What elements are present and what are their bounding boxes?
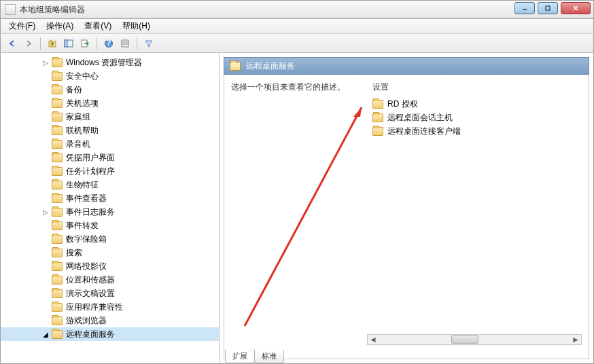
folder-icon xyxy=(52,153,63,162)
tree-item[interactable]: 演示文稿设置 xyxy=(1,287,219,300)
tree-item-label: 应用程序兼容性 xyxy=(66,302,123,313)
tree-item[interactable]: ▷Windows 资源管理器 xyxy=(1,56,219,69)
folder-icon xyxy=(52,276,63,285)
tree-item-label: 安全中心 xyxy=(66,71,99,82)
tree-expander-icon xyxy=(41,236,49,243)
horizontal-scrollbar[interactable]: ◄ ► xyxy=(367,334,582,345)
tree-item[interactable]: 联机帮助 xyxy=(1,124,219,137)
menu-file[interactable]: 文件(F) xyxy=(3,18,41,34)
tree-item[interactable]: 应用程序兼容性 xyxy=(1,300,219,314)
scroll-left-icon[interactable]: ◄ xyxy=(368,335,379,344)
tree-item[interactable]: ▷事件日志服务 xyxy=(1,205,219,219)
tree-item[interactable]: 安全中心 xyxy=(1,69,219,83)
tree-expander-icon xyxy=(41,290,49,297)
tree-expander-icon[interactable]: ◢ xyxy=(41,331,49,338)
tree-expander-icon xyxy=(41,276,49,284)
folder-icon xyxy=(52,208,63,217)
tree-item-label: 事件日志服务 xyxy=(66,206,115,218)
toolbar-separator xyxy=(137,37,137,50)
tree-item[interactable]: 游戏浏览器 xyxy=(1,314,219,327)
up-button[interactable] xyxy=(45,36,60,51)
show-hide-tree-button[interactable] xyxy=(61,36,76,51)
menu-action[interactable]: 操作(A) xyxy=(41,18,79,34)
maximize-button[interactable] xyxy=(538,2,558,14)
tree-expander-icon[interactable]: ▷ xyxy=(41,208,49,216)
folder-icon xyxy=(230,62,241,71)
tree-item[interactable]: 搜索 xyxy=(1,246,219,259)
scroll-thumb[interactable] xyxy=(451,335,478,344)
list-item[interactable]: 远程桌面会话主机 xyxy=(372,111,582,124)
tree-item[interactable]: 事件查看器 xyxy=(1,192,219,205)
tree-item-label: 搜索 xyxy=(66,247,82,259)
tree-item-label: 任务计划程序 xyxy=(66,166,115,177)
back-button[interactable] xyxy=(5,36,20,51)
tree-expander-icon xyxy=(41,304,49,311)
export-button[interactable] xyxy=(77,36,92,51)
tree-item-label: 录音机 xyxy=(66,139,90,150)
tree-expander-icon[interactable]: ▷ xyxy=(41,59,49,67)
tree-pane[interactable]: ▷Windows 资源管理器安全中心备份关机选项家庭组联机帮助录音机凭据用户界面… xyxy=(1,53,220,363)
tree-item[interactable]: 网络投影仪 xyxy=(1,259,219,273)
folder-icon xyxy=(372,113,383,122)
folder-icon xyxy=(52,303,63,312)
details-body: 选择一个项目来查看它的描述。 设置 RD 授权远程桌面会话主机远程桌面连接客户端… xyxy=(224,75,589,359)
tab-standard[interactable]: 标准 xyxy=(254,350,284,363)
folder-icon xyxy=(52,181,63,189)
tree-item-label: 网络投影仪 xyxy=(66,261,107,272)
tree-item[interactable]: 录音机 xyxy=(1,137,219,151)
tree-item[interactable]: 关机选项 xyxy=(1,96,219,110)
minimize-button[interactable] xyxy=(514,2,535,14)
properties-button[interactable] xyxy=(118,36,133,51)
tree-item-label: 演示文稿设置 xyxy=(66,288,115,299)
folder-icon xyxy=(52,113,63,122)
details-header-title: 远程桌面服务 xyxy=(246,60,295,72)
column-header-settings[interactable]: 设置 xyxy=(372,81,582,93)
scroll-right-icon[interactable]: ► xyxy=(570,335,581,344)
list-item[interactable]: RD 授权 xyxy=(372,97,582,111)
tree-expander-icon xyxy=(41,154,49,162)
folder-icon xyxy=(52,167,63,176)
scroll-track[interactable] xyxy=(379,335,570,344)
filter-button[interactable] xyxy=(141,36,156,51)
tree-expander-icon xyxy=(41,181,49,189)
tree-item-label: 备份 xyxy=(66,84,82,96)
folder-icon xyxy=(52,126,63,135)
main-area: ▷Windows 资源管理器安全中心备份关机选项家庭组联机帮助录音机凭据用户界面… xyxy=(0,53,594,364)
forward-button[interactable] xyxy=(21,36,36,51)
tree-item[interactable]: 备份 xyxy=(1,83,219,96)
help-button[interactable]: ? xyxy=(101,36,116,51)
tree-expander-icon xyxy=(41,195,49,202)
details-list: 设置 RD 授权远程桌面会话主机远程桌面连接客户端 xyxy=(367,81,582,352)
tree-item[interactable]: 数字保险箱 xyxy=(1,232,219,246)
folder-icon xyxy=(52,316,63,325)
toolbar-separator xyxy=(97,37,97,50)
tree-item[interactable]: 位置和传感器 xyxy=(1,273,219,287)
tree-item[interactable]: 生物特征 xyxy=(1,178,219,192)
menu-view[interactable]: 查看(V) xyxy=(79,18,117,34)
tree-item-label: 远程桌面服务 xyxy=(66,329,115,340)
folder-icon xyxy=(52,140,63,149)
list-item[interactable]: 远程桌面连接客户端 xyxy=(372,124,582,138)
tree-item[interactable]: ◢远程桌面服务 xyxy=(1,327,219,341)
details-description: 选择一个项目来查看它的描述。 xyxy=(231,81,367,352)
tree-item[interactable]: 事件转发 xyxy=(1,219,219,232)
tree-item[interactable]: 家庭组 xyxy=(1,110,219,124)
folder-icon xyxy=(52,221,63,230)
tree-item-label: 事件转发 xyxy=(66,220,99,232)
toolbar: ? xyxy=(0,34,594,53)
tree-item[interactable]: 凭据用户界面 xyxy=(1,151,219,164)
menu-help[interactable]: 帮助(H) xyxy=(117,18,156,34)
folder-icon xyxy=(52,58,63,67)
svg-text:?: ? xyxy=(106,39,111,48)
tree-item-label: 联机帮助 xyxy=(66,125,99,136)
folder-icon xyxy=(52,262,63,271)
close-button[interactable] xyxy=(561,2,591,14)
folder-icon xyxy=(52,99,63,108)
tree-expander-icon xyxy=(41,113,49,121)
tree-item-label: 家庭组 xyxy=(66,111,90,123)
tree-expander-icon xyxy=(41,100,49,107)
tree-item[interactable]: 任务计划程序 xyxy=(1,164,219,178)
folder-icon xyxy=(52,194,63,203)
tab-extended[interactable]: 扩展 xyxy=(225,350,255,363)
tree-expander-icon xyxy=(41,168,49,175)
